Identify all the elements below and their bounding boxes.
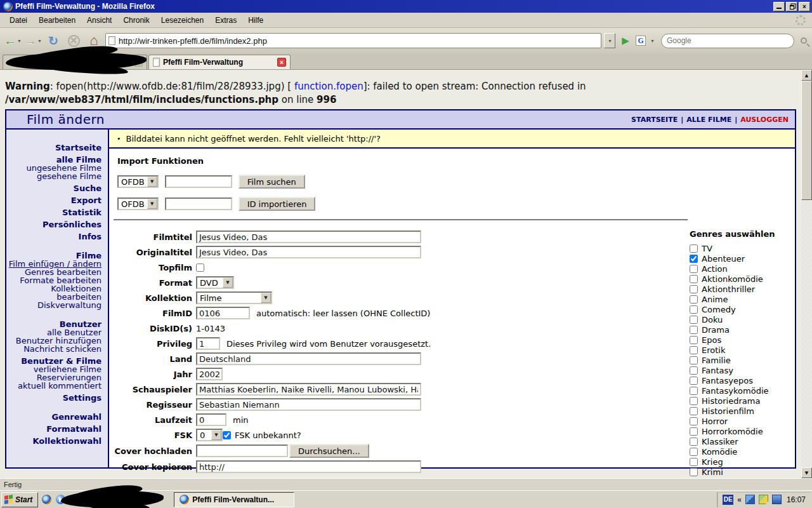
- privileg-input[interactable]: [196, 337, 220, 350]
- land-input[interactable]: [196, 352, 421, 365]
- language-indicator[interactable]: DE: [723, 495, 733, 505]
- menu-hilfe[interactable]: Hilfe: [242, 14, 269, 27]
- genre-checkbox[interactable]: [690, 305, 698, 314]
- laufzeit-input[interactable]: [196, 413, 226, 426]
- genre-checkbox[interactable]: [690, 265, 698, 273]
- chevron-down-icon[interactable]: ▼: [223, 277, 233, 288]
- import-engine-select[interactable]: OFDB ▼: [117, 175, 159, 188]
- format-select[interactable]: DVD ▼: [196, 276, 234, 289]
- header-link-alle-filme[interactable]: ALLE FILME: [686, 116, 731, 124]
- sidebar-item[interactable]: Nachricht schicken: [6, 345, 102, 353]
- id-importieren-button[interactable]: ID importieren: [239, 197, 316, 211]
- genre-row[interactable]: Fantasy: [690, 365, 786, 375]
- tray-collapse-icon[interactable]: «: [737, 495, 742, 504]
- import-id-engine-select[interactable]: OFDB ▼: [117, 197, 159, 210]
- kollektion-select[interactable]: Filme ▼: [196, 291, 272, 304]
- sidebar-item[interactable]: Genrewahl: [6, 413, 102, 421]
- forward-dropdown-icon[interactable]: ▼: [37, 39, 42, 43]
- chevron-down-icon[interactable]: ▼: [211, 430, 221, 440]
- genre-row[interactable]: Abenteuer: [690, 253, 786, 264]
- chevron-down-icon[interactable]: ▼: [147, 177, 157, 187]
- chevron-down-icon[interactable]: ▼: [261, 293, 271, 303]
- genre-checkbox[interactable]: [690, 326, 698, 334]
- cover-copy-input[interactable]: [196, 460, 421, 473]
- genre-row[interactable]: Doku: [690, 314, 786, 324]
- genre-row[interactable]: Krimi: [690, 467, 786, 477]
- genre-row[interactable]: TV: [690, 243, 786, 253]
- tray-app-icon[interactable]: [772, 495, 782, 504]
- genre-checkbox[interactable]: [690, 397, 698, 405]
- menu-datei[interactable]: Datei: [4, 14, 33, 27]
- graphics-tool-icon[interactable]: [759, 495, 768, 504]
- menu-extras[interactable]: Extras: [209, 14, 242, 27]
- genre-row[interactable]: Action: [690, 264, 786, 274]
- genre-checkbox[interactable]: [690, 468, 698, 476]
- back-dropdown-icon[interactable]: ▼: [17, 39, 22, 43]
- menu-bearbeiten[interactable]: Bearbeiten: [33, 14, 81, 27]
- task-button-pfeffi[interactable]: Pfeffi Film-Verwaltun...: [174, 492, 294, 507]
- browser-scrollbar[interactable]: ▲ ▼: [801, 70, 812, 478]
- fsk-unbekannt-checkbox[interactable]: [223, 431, 231, 439]
- genre-row[interactable]: Historienfilm: [690, 406, 786, 416]
- genre-row[interactable]: Familie: [690, 355, 786, 365]
- scroll-up-icon[interactable]: ▲: [801, 70, 812, 81]
- menu-chronik[interactable]: Chronik: [117, 14, 155, 27]
- schauspieler-input[interactable]: [196, 383, 421, 396]
- search-icon[interactable]: [801, 37, 807, 44]
- genre-checkbox[interactable]: [690, 377, 698, 385]
- genre-checkbox[interactable]: [690, 316, 698, 324]
- genre-checkbox[interactable]: [690, 458, 698, 466]
- url-history-button[interactable]: ▼: [604, 33, 615, 48]
- import-search-input[interactable]: [165, 175, 232, 188]
- sidebar-item[interactable]: gesehene Filme: [6, 172, 102, 180]
- genre-row[interactable]: Historiedrama: [690, 396, 786, 406]
- menu-lesezeichen[interactable]: Lesezeichen: [155, 14, 209, 27]
- genre-checkbox[interactable]: [690, 387, 698, 395]
- regisseur-input[interactable]: [196, 398, 421, 411]
- start-button[interactable]: Start: [1, 492, 38, 507]
- minimize-button[interactable]: [773, 2, 785, 11]
- engine-dropdown-icon[interactable]: ▼: [650, 39, 655, 43]
- genre-row[interactable]: Anime: [690, 294, 786, 304]
- genre-row[interactable]: Komödie: [690, 446, 786, 457]
- genre-row[interactable]: Epos: [690, 335, 786, 345]
- film-suchen-button[interactable]: Film suchen: [239, 175, 305, 189]
- sidebar-item[interactable]: Persönliches: [6, 220, 102, 229]
- topfilm-checkbox[interactable]: [196, 264, 204, 272]
- quicklaunch-firefox-button[interactable]: [41, 494, 52, 505]
- genre-checkbox[interactable]: [690, 285, 698, 293]
- genre-row[interactable]: Horrorkomödie: [690, 426, 786, 436]
- sidebar-item[interactable]: Export: [6, 196, 102, 204]
- genre-checkbox[interactable]: [690, 356, 698, 364]
- back-button[interactable]: ← ▼: [4, 32, 22, 50]
- warning-link[interactable]: function.fopen: [294, 81, 363, 92]
- tab-redacted[interactable]: ×: [3, 55, 147, 69]
- genre-checkbox[interactable]: [690, 295, 698, 304]
- genre-row[interactable]: Fantasykomödie: [690, 385, 786, 396]
- sidebar-item[interactable]: Kollektionen bearbeiten: [6, 284, 102, 301]
- chevron-down-icon[interactable]: ▼: [147, 199, 157, 209]
- search-input[interactable]: [667, 36, 789, 45]
- reload-button[interactable]: ↻: [44, 32, 62, 50]
- genre-checkbox[interactable]: [690, 275, 698, 283]
- genre-row[interactable]: Krieg: [690, 457, 786, 467]
- search-box[interactable]: [661, 34, 794, 48]
- sidebar-item[interactable]: Settings: [6, 394, 102, 402]
- genre-checkbox[interactable]: [690, 244, 698, 253]
- genre-row[interactable]: Klassiker: [690, 436, 786, 446]
- genre-checkbox[interactable]: [690, 336, 698, 344]
- sidebar-item[interactable]: Statistik: [6, 208, 102, 217]
- genre-row[interactable]: Aktionkomödie: [690, 274, 786, 284]
- cover-upload-input[interactable]: [196, 444, 288, 457]
- header-link-startseite[interactable]: STARTSEITE: [631, 116, 678, 124]
- genre-checkbox[interactable]: [690, 366, 698, 375]
- filmtitel-input[interactable]: [196, 231, 421, 243]
- genre-row[interactable]: Comedy: [690, 304, 786, 314]
- filmid-input[interactable]: [196, 307, 250, 319]
- originaltitel-input[interactable]: [196, 246, 421, 258]
- restore-button[interactable]: [786, 2, 797, 11]
- genre-checkbox[interactable]: [690, 438, 698, 446]
- forward-button[interactable]: → ▼: [24, 32, 42, 50]
- genre-checkbox[interactable]: [690, 255, 698, 263]
- genre-row[interactable]: Aktionthriller: [690, 284, 786, 294]
